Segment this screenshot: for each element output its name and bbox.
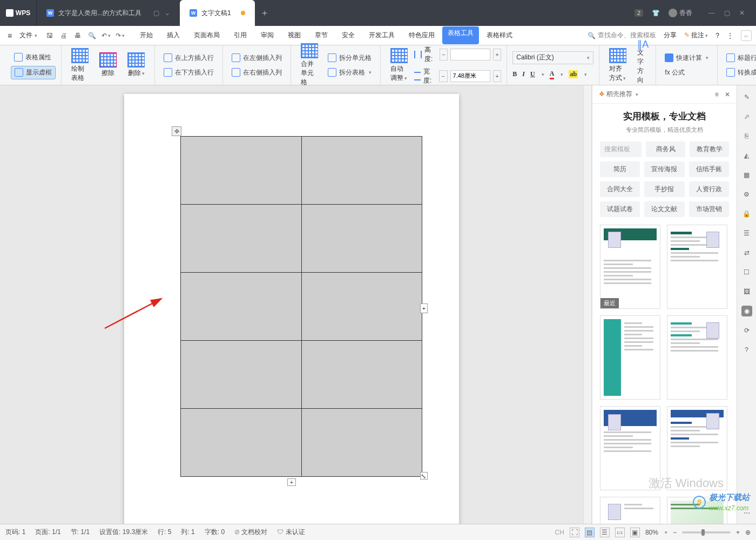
print-direct-icon[interactable]: 🖨: [59, 31, 69, 40]
tag-resume[interactable]: 简历: [600, 161, 640, 177]
tag-exam[interactable]: 试题试卷: [600, 201, 640, 217]
apparel-icon[interactable]: 👕: [652, 9, 660, 17]
redo-icon[interactable]: ↷▾: [115, 31, 125, 40]
rail-table-icon[interactable]: ▦: [741, 170, 752, 180]
rail-help-icon[interactable]: ?: [741, 345, 752, 355]
print-preview-icon[interactable]: 🖶: [73, 31, 83, 40]
read-view-icon[interactable]: ▣: [630, 528, 640, 537]
resize-handle[interactable]: ⤡: [420, 472, 428, 480]
tag-education[interactable]: 教育教学: [690, 141, 729, 157]
rail-archive-icon[interactable]: ☐: [741, 267, 752, 278]
tab-table-style[interactable]: 表格样式: [480, 26, 519, 44]
monitor-icon[interactable]: ▢: [153, 9, 159, 17]
tab-start[interactable]: 开始: [133, 26, 159, 44]
table-row[interactable]: [181, 137, 422, 205]
insert-above-button[interactable]: 在上方插入行: [160, 52, 217, 64]
status-page[interactable]: 页面: 1/1: [35, 528, 60, 537]
template-card[interactable]: [667, 315, 727, 400]
tab-devtools[interactable]: 开发工具: [362, 26, 401, 44]
insert-right-button[interactable]: 在右侧插入列: [228, 66, 285, 79]
share-button[interactable]: 分享: [664, 31, 677, 40]
document-table[interactable]: [180, 136, 422, 477]
tab-review[interactable]: 审阅: [254, 26, 280, 44]
rail-settings-icon[interactable]: ⚙: [741, 189, 752, 200]
tab-active[interactable]: W 文字文稿1: [180, 0, 255, 26]
template-card[interactable]: 最近: [600, 225, 660, 309]
table-row[interactable]: [181, 409, 422, 477]
rail-edit-icon[interactable]: ✎: [741, 92, 752, 103]
table-row[interactable]: [181, 273, 422, 341]
page-view-icon[interactable]: ▤: [585, 528, 595, 537]
tab-insert[interactable]: 插入: [160, 26, 186, 44]
template-card[interactable]: [600, 406, 660, 490]
tag-thesis[interactable]: 论文文献: [644, 201, 684, 217]
rail-transfer-icon[interactable]: ⇄: [741, 247, 752, 258]
height-input[interactable]: [450, 49, 490, 60]
table-move-handle[interactable]: ✥: [172, 126, 181, 136]
tab-special[interactable]: 特色应用: [402, 26, 441, 44]
wps-logo[interactable]: WPS: [0, 0, 37, 26]
vertical-scrollbar[interactable]: [583, 85, 592, 524]
width-inc[interactable]: +: [493, 70, 502, 82]
panel-menu-icon[interactable]: ≡: [715, 91, 719, 98]
fit-button[interactable]: ⊕: [745, 529, 751, 536]
table-row[interactable]: [181, 341, 422, 409]
split-table-button[interactable]: 拆分表格▾: [325, 66, 375, 79]
status-pageno[interactable]: 页码: 1: [5, 528, 25, 537]
panel-close-icon[interactable]: ✕: [725, 91, 730, 98]
underline-button[interactable]: U: [530, 70, 535, 78]
zoom-in-button[interactable]: +: [736, 529, 740, 536]
file-menu[interactable]: 文件▾: [16, 29, 40, 42]
bold-button[interactable]: B: [512, 70, 517, 78]
tab-layout[interactable]: 页面布局: [187, 26, 226, 44]
tag-business[interactable]: 商务风: [646, 141, 685, 157]
tab-inactive[interactable]: W 文字是人类用...的方式和工具 ▢⌄: [37, 0, 180, 26]
add-col-handle[interactable]: +: [420, 303, 428, 313]
formula-button[interactable]: fx 公式: [662, 66, 712, 79]
rail-shape-icon[interactable]: ◭: [741, 150, 752, 161]
tab-security[interactable]: 安全: [335, 26, 361, 44]
align-button[interactable]: 对齐方式▾: [605, 46, 631, 85]
to-text-button[interactable]: 转换成文本: [723, 66, 756, 79]
user-avatar[interactable]: 香香: [669, 9, 692, 18]
notification-badge[interactable]: 2: [634, 9, 643, 17]
template-card[interactable]: [600, 497, 660, 524]
table-properties-button[interactable]: 表格属性: [11, 51, 56, 64]
rail-select-icon[interactable]: ⬀: [741, 111, 752, 122]
rail-lock-icon[interactable]: 🔒: [741, 208, 752, 219]
draw-table-button[interactable]: 绘制表格: [67, 46, 93, 85]
tag-letter[interactable]: 信纸手账: [689, 161, 729, 177]
comment-button[interactable]: ✎ 批注▾: [684, 31, 708, 40]
fast-calc-button[interactable]: 快速计算▾: [662, 52, 712, 64]
tag-handwritten[interactable]: 手抄报: [644, 181, 684, 197]
tab-reference[interactable]: 引用: [227, 26, 253, 44]
outline-view-icon[interactable]: ☰: [600, 528, 610, 537]
repeat-header-button[interactable]: 标题行重复: [723, 52, 756, 64]
rail-clipboard-icon[interactable]: ⎘: [741, 131, 752, 141]
zoom-out-button[interactable]: −: [673, 529, 677, 536]
erase-button[interactable]: 擦除: [95, 50, 121, 80]
minimize-button[interactable]: —: [705, 6, 718, 19]
rail-image-icon[interactable]: 🖼: [741, 286, 752, 297]
template-card[interactable]: [667, 225, 727, 309]
italic-button[interactable]: I: [522, 70, 525, 78]
rail-template-icon[interactable]: ◉: [741, 306, 752, 316]
template-card[interactable]: [667, 497, 727, 524]
add-row-handle[interactable]: +: [287, 478, 296, 486]
tag-marketing[interactable]: 市场营销: [689, 201, 729, 217]
auto-adjust-button[interactable]: 自动调整▾: [386, 46, 412, 85]
tag-poster[interactable]: 宣传海报: [644, 161, 684, 177]
undo-icon[interactable]: ↶▾: [101, 31, 111, 40]
zoom-slider[interactable]: [682, 531, 731, 534]
tab-add-button[interactable]: ＋: [255, 8, 274, 19]
web-view-icon[interactable]: ▭: [615, 528, 625, 537]
status-ime[interactable]: CH: [555, 529, 564, 536]
status-cert[interactable]: 🛡 未认证: [277, 528, 305, 537]
hamburger-icon[interactable]: ≡: [4, 29, 15, 42]
rail-refresh-icon[interactable]: ⟳: [741, 325, 752, 336]
highlight-button[interactable]: ab: [569, 70, 578, 78]
save-icon[interactable]: 🖫: [45, 31, 55, 40]
zoom-value[interactable]: 80%: [645, 529, 658, 536]
template-card[interactable]: [667, 406, 727, 490]
maximize-button[interactable]: ▢: [720, 6, 733, 19]
